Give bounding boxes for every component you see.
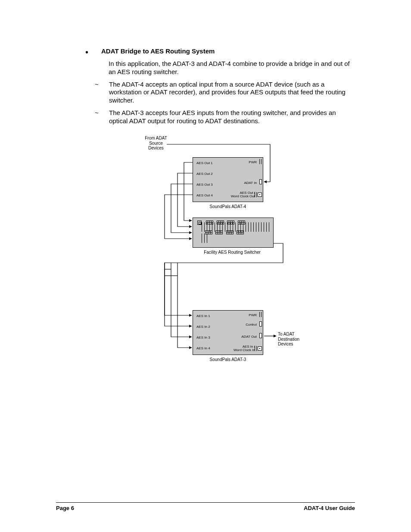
signal-flow-lines [98,134,313,375]
list-item: ~ The ADAT-4 accepts an optical input fr… [95,81,355,105]
document-title: ADAT-4 User Guide [304,505,355,511]
page-footer: Page 6 ADAT-4 User Guide [56,505,355,511]
section-heading: • ADAT Bridge to AES Routing System [85,47,355,56]
list-text: The ADAT-4 accepts an optical input from… [109,81,355,105]
document-page: • ADAT Bridge to AES Routing System In t… [0,0,411,532]
footer-rule [56,502,355,503]
intro-paragraph: In this application, the ADAT-3 and ADAT… [109,60,355,76]
bullet-icon: • [85,48,88,56]
heading-text: ADAT Bridge to AES Routing System [101,47,215,55]
tilde-icon: ~ [95,81,101,105]
page-number: Page 6 [56,505,74,511]
list-text: The ADAT-3 accepts four AES inputs from … [109,109,355,125]
list-item: ~ The ADAT-3 accepts four AES inputs fro… [95,109,355,125]
routing-diagram: From ADATSourceDevices To ADATDestinatio… [98,134,313,375]
tilde-icon: ~ [95,109,101,125]
